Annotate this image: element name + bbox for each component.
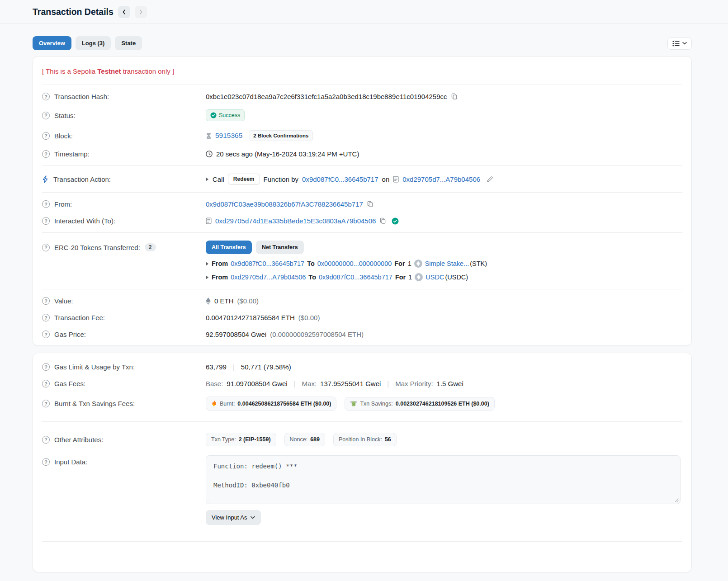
next-transaction-button[interactable] (135, 6, 147, 18)
help-icon[interactable]: ? (42, 436, 50, 444)
row-status: ? Status: Success (42, 105, 682, 126)
help-icon[interactable]: ? (42, 217, 50, 225)
tab-bar: Overview Logs (3) State (33, 36, 692, 50)
input-data-line2: MethodID: 0xbe040fb0 (213, 482, 673, 489)
row-from: ? From: 0x9d087fC03ae39b088326b67fA3C788… (42, 196, 682, 213)
copy-tx-hash-button[interactable] (451, 93, 458, 100)
action-sender-link[interactable]: 0x9d087fC0...36645b717 (302, 175, 378, 183)
value-usd: ($0.00) (237, 297, 259, 305)
help-icon[interactable]: ? (42, 314, 50, 321)
tx-hash-value: 0xbc1e023c07d18ea9a7c2e6f331efc1a5a2a0b3… (206, 93, 447, 100)
max-fee-value: 137.95255041 Gwei (320, 380, 381, 387)
transfer-row: From 0x9d087fC0...36645b717 To 0x0000000… (206, 260, 487, 268)
header-divider (0, 24, 728, 24)
edit-action-button[interactable] (487, 176, 493, 183)
timestamp-label: Timestamp: (54, 150, 90, 158)
help-icon[interactable]: ? (42, 112, 50, 119)
token-icon (414, 260, 422, 268)
value-amount: 0 ETH (214, 297, 234, 305)
caret-right-icon (206, 177, 209, 181)
from-address-link[interactable]: 0x9d087fC03ae39b088326b67fA3C788236645b7… (206, 200, 363, 208)
transfer-from-link[interactable]: 0x9d087fC0...36645b717 (231, 260, 304, 267)
txn-savings-badge: Txn Savings: 0.002302746218109526 ETH ($… (345, 397, 494, 411)
max-priority-value: 1.5 Gwei (437, 380, 463, 387)
help-icon[interactable]: ? (42, 200, 50, 208)
prev-transaction-button[interactable] (118, 6, 130, 18)
transfer-token-link[interactable]: Simple Stake... (425, 260, 469, 267)
action-contract-link[interactable]: 0xd29705d7...A79b04506 (402, 175, 480, 183)
copy-icon (379, 217, 386, 224)
help-icon[interactable]: ? (42, 400, 50, 407)
action-on-word: on (382, 175, 390, 183)
gas-fees-label: Gas Fees: (54, 380, 85, 387)
help-icon[interactable]: ? (42, 244, 50, 251)
row-transaction-hash: ? Transaction Hash: 0xbc1e023c07d18ea9a7… (42, 88, 682, 105)
all-transfers-button[interactable]: All Transfers (206, 241, 252, 254)
row-gas-fees: ? Gas Fees: Base: 91.097008504 Gwei | Ma… (42, 375, 682, 392)
copy-icon (367, 201, 373, 208)
input-data-line1: Function: redeem() *** (213, 463, 673, 470)
separator: | (291, 380, 298, 387)
help-icon[interactable]: ? (42, 331, 50, 338)
status-badge: Success (206, 109, 245, 121)
row-burnt-savings: ? Burnt & Txn Savings Fees: Burnt: 0.004… (42, 392, 682, 415)
action-call-word: Call (213, 175, 224, 183)
txn-type-badge: Txn Type: 2 (EIP-1559) (206, 433, 276, 446)
help-icon[interactable]: ? (42, 93, 50, 100)
input-data-textarea[interactable]: Function: redeem() *** MethodID: 0xbe040… (206, 455, 681, 504)
action-method-badge[interactable]: Redeem (228, 174, 260, 184)
fee-amount: 0.004701242718756584 ETH (206, 314, 295, 321)
view-input-as-button[interactable]: View Input As (206, 510, 261, 525)
block-confirmations-badge: 2 Block Confirmations (249, 130, 313, 141)
for-word: For (394, 260, 405, 267)
pencil-icon (487, 176, 493, 183)
help-icon[interactable]: ? (42, 297, 50, 305)
contract-icon (206, 217, 212, 224)
burnt-badge: Burnt: 0.004625086218756584 ETH ($0.00) (206, 397, 336, 411)
testnet-notice: [ This is a Sepolia Testnet transaction … (42, 59, 682, 81)
from-word: From (212, 260, 228, 267)
row-value: ? Value: 0 ETH ($0.00) (42, 293, 682, 309)
row-interacted-with: ? Interacted With (To): 0xd29705d74d1Ea3… (42, 213, 682, 229)
transfer-amount: 1 (408, 274, 412, 281)
tx-hash-label: Transaction Hash: (54, 93, 109, 100)
row-gas-limit: ? Gas Limit & Usage by Txn: 63,799 | 50,… (42, 356, 682, 375)
to-word: To (308, 274, 316, 281)
tab-logs[interactable]: Logs (3) (76, 36, 111, 50)
chevron-down-icon (682, 42, 687, 45)
transfer-to-link[interactable]: 0x00000000...000000000 (317, 260, 392, 267)
net-transfers-button[interactable]: Net Transfers (256, 241, 304, 254)
transfer-from-link[interactable]: 0xd29705d7...A79b04506 (231, 274, 306, 281)
block-number-link[interactable]: 5915365 (215, 132, 242, 140)
copy-icon (451, 93, 458, 100)
help-icon[interactable]: ? (42, 150, 50, 158)
block-label: Block: (54, 132, 73, 140)
page-title: Transaction Details (33, 7, 113, 17)
chevron-down-icon (251, 516, 255, 519)
action-function-by: Function by (264, 175, 299, 183)
tab-overview[interactable]: Overview (33, 36, 71, 50)
transfer-to-link[interactable]: 0x9d087fC0...36645b717 (319, 274, 392, 281)
for-word: For (395, 274, 406, 281)
resize-grip-icon[interactable] (675, 498, 679, 502)
view-input-as-label: View Input As (212, 514, 247, 521)
help-icon[interactable]: ? (42, 458, 50, 466)
token-icon (415, 273, 423, 281)
copy-from-button[interactable] (367, 201, 373, 208)
interacted-with-label: Interacted With (To): (54, 217, 115, 225)
burnt-savings-label: Burnt & Txn Savings Fees: (54, 400, 135, 407)
lightning-icon (42, 175, 49, 183)
copy-to-button[interactable] (379, 217, 386, 224)
gas-usage-value: 50,771 (79.58%) (241, 363, 291, 371)
help-icon[interactable]: ? (42, 380, 50, 387)
help-icon[interactable]: ? (42, 363, 50, 371)
nonce-key: Nonce: (290, 436, 308, 443)
display-options-button[interactable] (667, 37, 692, 50)
nonce-badge: Nonce: 689 (284, 433, 325, 446)
tab-state[interactable]: State (115, 36, 142, 50)
row-transaction-fee: ? Transaction Fee: 0.004701242718756584 … (42, 309, 682, 326)
to-address-link[interactable]: 0xd29705d74d1Ea335bBede15E3c0803aA79b045… (215, 217, 376, 225)
hourglass-icon (206, 132, 212, 139)
help-icon[interactable]: ? (42, 132, 50, 140)
transfer-token-link[interactable]: USDC (425, 274, 444, 281)
